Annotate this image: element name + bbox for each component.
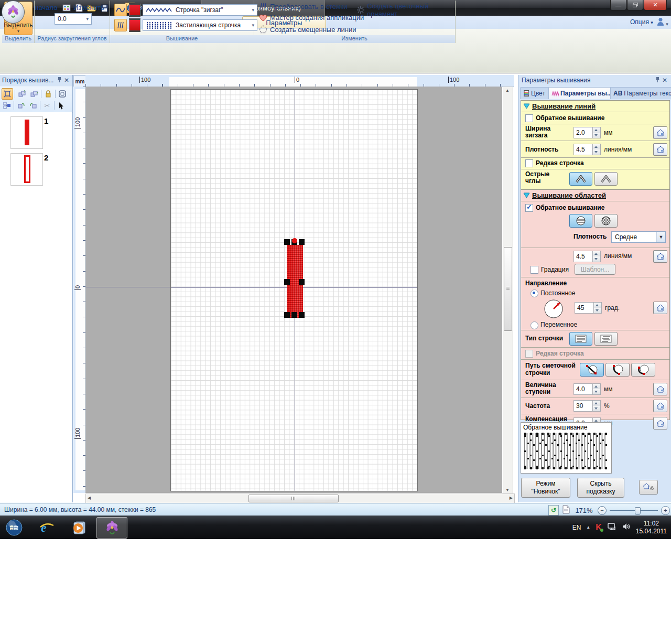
taskbar-ie[interactable]: e (33, 517, 61, 538)
move-down-icon[interactable] (29, 89, 39, 99)
spin-down-icon[interactable] (594, 308, 601, 313)
network-icon[interactable] (607, 522, 616, 532)
handle-bottom-right[interactable] (299, 312, 305, 318)
sharp-corner-off-button[interactable] (594, 172, 618, 186)
line-half-stitch-checkbox[interactable] (525, 159, 533, 167)
collapse-triangle-icon[interactable] (523, 192, 530, 198)
settings-reset-button[interactable] (639, 480, 658, 495)
region-half-stitch-checkbox[interactable] (525, 350, 533, 358)
zoom-slider[interactable] (610, 507, 658, 514)
select-cursor-icon[interactable] (56, 100, 67, 111)
spin-up-icon[interactable] (593, 144, 600, 149)
stitch-type-fill-button[interactable] (594, 332, 618, 346)
zigzag-width-spinner[interactable]: 2.0 (573, 127, 601, 138)
reset-zigzag-width-button[interactable] (653, 126, 667, 139)
select-dropdown-icon[interactable]: ▼ (656, 232, 665, 242)
gradation-checkbox[interactable] (531, 266, 538, 274)
scroll-up-icon[interactable]: ▲ (503, 88, 512, 93)
move-up-icon[interactable] (17, 89, 27, 99)
spin-up-icon[interactable] (593, 384, 600, 389)
spin-down-icon[interactable] (593, 389, 600, 394)
handle-bottom-left[interactable] (284, 312, 290, 318)
applique-wizard-item[interactable]: Мастер создания аппликаций (259, 14, 364, 22)
order-item-1[interactable] (10, 116, 43, 149)
start-button[interactable] (3, 517, 26, 538)
rotate-handle[interactable] (292, 238, 297, 243)
scroll-right-icon[interactable]: ▶ (510, 494, 513, 502)
path-straight-button[interactable] (580, 363, 604, 377)
vertical-scroll-thumb[interactable] (504, 247, 512, 331)
refresh-stitch-icon[interactable]: ↺ (548, 505, 559, 516)
realistic-preview-icon[interactable] (562, 505, 570, 516)
app-logo-button[interactable] (2, 1, 25, 24)
beginner-mode-button[interactable]: Режим "Новичок" (521, 478, 570, 498)
rotate-ccw-icon[interactable] (28, 100, 38, 111)
spin-down-icon[interactable] (593, 149, 600, 155)
frequency-spinner[interactable]: 30 (573, 400, 601, 412)
line-thread-color-button[interactable] (129, 3, 140, 17)
region-sew-type-icon[interactable] (114, 19, 127, 31)
spin-down-icon[interactable] (593, 406, 600, 411)
close-panel-icon[interactable]: ✕ (661, 77, 668, 84)
region-thread-color-button[interactable] (129, 18, 140, 32)
path-curve-button[interactable] (631, 363, 655, 377)
option-menu[interactable]: Опция ▾ (630, 18, 653, 26)
reset-frequency-button[interactable] (653, 400, 667, 412)
user-menu[interactable]: ▾ (657, 17, 668, 27)
spin-up-icon[interactable] (593, 127, 600, 133)
underlay-lines-button[interactable] (569, 214, 592, 228)
spin-up-icon[interactable] (593, 251, 600, 256)
hide-hint-button[interactable]: Скрыть подсказку (577, 478, 624, 498)
lock-icon[interactable] (43, 89, 53, 99)
spin-down-icon[interactable] (593, 133, 600, 138)
tab-sewing-params[interactable]: Параметры вы... (548, 87, 615, 99)
line-reverse-checkbox[interactable] (525, 114, 533, 122)
angle-dial[interactable] (543, 298, 564, 319)
reset-region-density-button[interactable] (653, 250, 667, 263)
step-spinner[interactable]: 4.0 (573, 383, 601, 395)
language-indicator[interactable]: EN (572, 524, 581, 531)
vertical-scrollbar[interactable]: ▲ ▼ (503, 87, 513, 494)
design-page[interactable] (170, 89, 418, 491)
spin-down-icon[interactable] (593, 256, 600, 262)
sharp-corner-on-button[interactable] (569, 172, 592, 186)
horizontal-scrollbar[interactable]: ◀ ▶ (85, 493, 515, 503)
offset-lines-item[interactable]: Создать смещенные линии (259, 25, 356, 34)
underlay-density-select[interactable]: Средне ▼ (611, 231, 666, 243)
pin-icon[interactable] (654, 77, 661, 84)
reset-compensation-button[interactable] (653, 417, 667, 430)
floral-pattern-item[interactable]: Создать цветочный орнамент (356, 2, 455, 18)
scroll-left-icon[interactable]: ◀ (88, 494, 91, 502)
angle-spinner[interactable]: 45 (575, 302, 602, 314)
reset-line-density-button[interactable] (653, 143, 667, 156)
scissors-icon[interactable]: ✂ (42, 100, 52, 111)
restore-button[interactable] (627, 0, 643, 10)
pin-icon[interactable] (56, 77, 63, 84)
minimize-button[interactable]: — (610, 0, 626, 10)
taskbar-pedesign[interactable] (96, 517, 127, 539)
convert-to-stitches-item[interactable]: Преобразовать в стежки (259, 2, 347, 10)
region-density-spinner[interactable]: 4.5 (573, 251, 601, 262)
taskbar-wmp[interactable] (64, 517, 93, 538)
clock[interactable]: 11:02 15.04.2011 (636, 520, 667, 535)
rotate-cw-icon[interactable] (16, 100, 26, 111)
handle-bottom-center[interactable] (291, 312, 297, 318)
tray-expand-icon[interactable]: ▲ (586, 525, 590, 530)
order-item-2[interactable] (10, 153, 43, 186)
line-density-spinner[interactable]: 4.5 (573, 144, 601, 155)
zoom-out-icon[interactable]: − (598, 506, 607, 515)
hoop-icon[interactable] (57, 89, 68, 99)
kaspersky-icon[interactable]: K (596, 523, 602, 532)
stitch-type-satin-button[interactable] (569, 332, 592, 346)
path-arc-button[interactable] (605, 363, 630, 377)
zoom-slider-thumb[interactable] (635, 507, 641, 515)
direction-constant-radio[interactable] (531, 289, 538, 297)
tab-text-params[interactable]: AB Параметры текс... (610, 87, 671, 99)
handle-top-right[interactable] (299, 239, 305, 245)
handle-top-left[interactable] (284, 239, 290, 245)
collapse-triangle-icon[interactable] (523, 103, 530, 109)
fit-selection-icon[interactable] (2, 88, 13, 100)
handle-mid-left[interactable] (284, 279, 290, 285)
corner-radius-dropdown-icon[interactable]: ▾ (84, 16, 90, 22)
scroll-down-icon[interactable]: ▼ (503, 488, 512, 492)
